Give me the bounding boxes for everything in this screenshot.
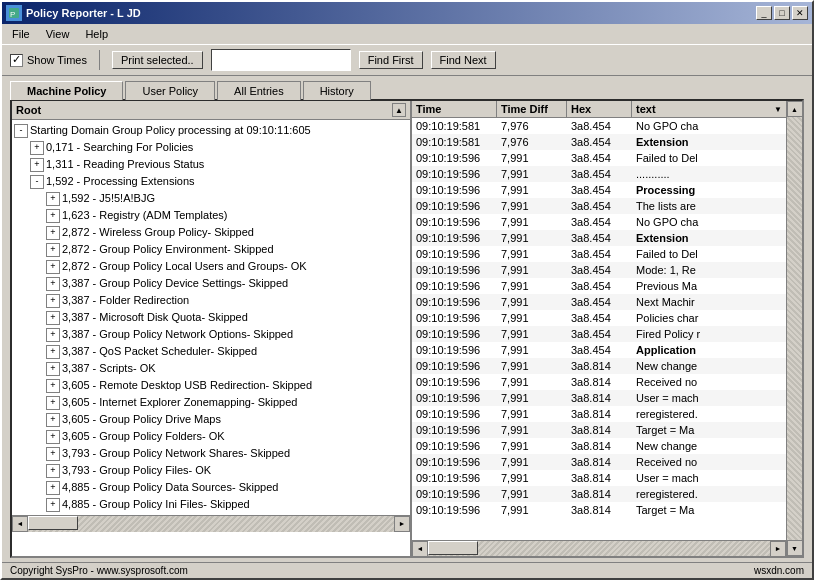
table-row[interactable]: 09:10:19:5817,9763a8.454Extension	[412, 134, 786, 150]
col-header-timediff[interactable]: Time Diff	[497, 101, 567, 117]
scroll-left-btn[interactable]: ◄	[12, 516, 28, 532]
tree-expander[interactable]: +	[46, 294, 60, 308]
tree-expander[interactable]: +	[46, 192, 60, 206]
menu-view[interactable]: View	[40, 26, 76, 42]
data-scrollbar-track[interactable]	[787, 117, 803, 540]
tree-expander[interactable]: +	[46, 243, 60, 257]
data-horiz-thumb[interactable]	[428, 541, 478, 555]
tree-expander[interactable]: +	[46, 362, 60, 376]
tab-all-entries[interactable]: All Entries	[217, 81, 301, 100]
table-row[interactable]: 09:10:19:5967,9913a8.454Mode: 1, Re	[412, 262, 786, 278]
table-row[interactable]: 09:10:19:5967,9913a8.454The lists are	[412, 198, 786, 214]
tree-expander[interactable]: +	[30, 141, 44, 155]
data-scroll-up-btn[interactable]: ▲	[787, 101, 803, 117]
tree-horiz-scrollbar[interactable]: ◄ ►	[12, 515, 410, 531]
find-next-button[interactable]: Find Next	[431, 51, 496, 69]
table-row[interactable]: 09:10:19:5967,9913a8.814reregistered.	[412, 406, 786, 422]
tree-expander[interactable]: +	[46, 345, 60, 359]
tree-expander[interactable]: +	[46, 498, 60, 512]
tree-expander[interactable]: +	[30, 158, 44, 172]
tree-node[interactable]: +3,793 - Group Policy Files- OK	[14, 462, 408, 479]
tree-expander[interactable]: +	[46, 430, 60, 444]
table-row[interactable]: 09:10:19:5967,9913a8.814Received no	[412, 454, 786, 470]
tree-node[interactable]: +3,387 - Microsoft Disk Quota- Skipped	[14, 309, 408, 326]
tree-node[interactable]: +2,872 - Group Policy Local Users and Gr…	[14, 258, 408, 275]
tree-expander[interactable]: +	[46, 447, 60, 461]
tree-node[interactable]: +1,311 - Reading Previous Status	[14, 156, 408, 173]
table-row[interactable]: 09:10:19:5967,9913a8.454Fired Policy r	[412, 326, 786, 342]
data-scroll-right-btn[interactable]: ►	[770, 541, 786, 557]
tree-expander[interactable]: -	[30, 175, 44, 189]
tree-expander[interactable]: -	[14, 124, 28, 138]
table-row[interactable]: 09:10:19:5967,9913a8.454Policies char	[412, 310, 786, 326]
data-vert-scrollbar[interactable]: ▲ ▼	[786, 101, 802, 556]
tree-node[interactable]: +0,171 - Searching For Policies	[14, 139, 408, 156]
tree-node[interactable]: +3,793 - Group Policy Network Shares- Sk…	[14, 445, 408, 462]
tree-node[interactable]: +1,592 - J5!5!A!BJG	[14, 190, 408, 207]
table-row[interactable]: 09:10:19:5967,9913a8.454Next Machir	[412, 294, 786, 310]
table-row[interactable]: 09:10:19:5967,9913a8.814reregistered.	[412, 486, 786, 502]
tree-expander[interactable]: +	[46, 260, 60, 274]
table-row[interactable]: 09:10:19:5967,9913a8.454Failed to Del	[412, 246, 786, 262]
table-row[interactable]: 09:10:19:5967,9913a8.814Received no	[412, 374, 786, 390]
tree-expander[interactable]: +	[46, 209, 60, 223]
col-header-hex[interactable]: Hex	[567, 101, 632, 117]
col-header-time[interactable]: Time	[412, 101, 497, 117]
tree-expander[interactable]: +	[46, 328, 60, 342]
find-first-button[interactable]: Find First	[359, 51, 423, 69]
tree-expander[interactable]: +	[46, 226, 60, 240]
tree-scroll-up[interactable]: ▲	[392, 103, 406, 117]
tree-node[interactable]: +3,387 - Group Policy Device Settings- S…	[14, 275, 408, 292]
tree-node[interactable]: +3,387 - Scripts- OK	[14, 360, 408, 377]
tab-history[interactable]: History	[303, 81, 371, 100]
table-row[interactable]: 09:10:19:5967,9913a8.454Extension	[412, 230, 786, 246]
tree-expander[interactable]: +	[46, 413, 60, 427]
print-selected-button[interactable]: Print selected..	[112, 51, 203, 69]
search-input[interactable]	[211, 49, 351, 71]
tree-node[interactable]: +3,605 - Group Policy Folders- OK	[14, 428, 408, 445]
tree-expander[interactable]: +	[46, 464, 60, 478]
table-row[interactable]: 09:10:19:5967,9913a8.454Previous Ma	[412, 278, 786, 294]
show-times-checkbox[interactable]	[10, 54, 23, 67]
col-header-text[interactable]: text ▼	[632, 101, 786, 117]
scroll-right-btn[interactable]: ►	[394, 516, 410, 532]
table-row[interactable]: 09:10:19:5967,9913a8.454Application	[412, 342, 786, 358]
table-row[interactable]: 09:10:19:5967,9913a8.454No GPO cha	[412, 214, 786, 230]
tree-node[interactable]: +3,605 - Remote Desktop USB Redirection-…	[14, 377, 408, 394]
tree-node[interactable]: +2,872 - Wireless Group Policy- Skipped	[14, 224, 408, 241]
horiz-scroll-thumb[interactable]	[28, 516, 78, 530]
tab-machine-policy[interactable]: Machine Policy	[10, 81, 123, 100]
tree-node[interactable]: -1,592 - Processing Extensions	[14, 173, 408, 190]
tree-node[interactable]: +3,387 - QoS Packet Scheduler- Skipped	[14, 343, 408, 360]
menu-help[interactable]: Help	[79, 26, 114, 42]
table-row[interactable]: 09:10:19:5967,9913a8.814New change	[412, 358, 786, 374]
close-button[interactable]: ✕	[792, 6, 808, 20]
tree-node[interactable]: +3,605 - Internet Explorer Zonemapping- …	[14, 394, 408, 411]
tree-node[interactable]: +4,885 - Group Policy Data Sources- Skip…	[14, 479, 408, 496]
table-row[interactable]: 09:10:19:5967,9913a8.454Processing	[412, 182, 786, 198]
tree-node[interactable]: -Starting Domain Group Policy processing…	[14, 122, 408, 139]
tree-node[interactable]: +3,387 - Group Policy Network Options- S…	[14, 326, 408, 343]
table-row[interactable]: 09:10:19:5967,9913a8.814Target = Ma	[412, 502, 786, 518]
table-row[interactable]: 09:10:19:5967,9913a8.454Failed to Del	[412, 150, 786, 166]
data-scroll-down-btn[interactable]: ▼	[787, 540, 803, 556]
tree-expander[interactable]: +	[46, 277, 60, 291]
table-row[interactable]: 09:10:19:5967,9913a8.454...........	[412, 166, 786, 182]
tree-node[interactable]: +2,872 - Group Policy Environment- Skipp…	[14, 241, 408, 258]
table-row[interactable]: 09:10:19:5967,9913a8.814User = mach	[412, 470, 786, 486]
tree-expander[interactable]: +	[46, 379, 60, 393]
menu-file[interactable]: File	[6, 26, 36, 42]
maximize-button[interactable]: □	[774, 6, 790, 20]
tree-node[interactable]: +3,387 - Folder Redirection	[14, 292, 408, 309]
table-row[interactable]: 09:10:19:5967,9913a8.814New change	[412, 438, 786, 454]
tab-user-policy[interactable]: User Policy	[125, 81, 215, 100]
table-row[interactable]: 09:10:19:5817,9763a8.454No GPO cha	[412, 118, 786, 134]
data-horiz-scrollbar[interactable]: ◄ ►	[412, 540, 786, 556]
tree-node[interactable]: +1,623 - Registry (ADM Templates)	[14, 207, 408, 224]
tree-expander[interactable]: +	[46, 396, 60, 410]
tree-node[interactable]: +3,605 - Group Policy Drive Maps	[14, 411, 408, 428]
tree-expander[interactable]: +	[46, 311, 60, 325]
data-scroll-left-btn[interactable]: ◄	[412, 541, 428, 557]
table-row[interactable]: 09:10:19:5967,9913a8.814User = mach	[412, 390, 786, 406]
tree-node[interactable]: +4,885 - Group Policy Ini Files- Skipped	[14, 496, 408, 513]
